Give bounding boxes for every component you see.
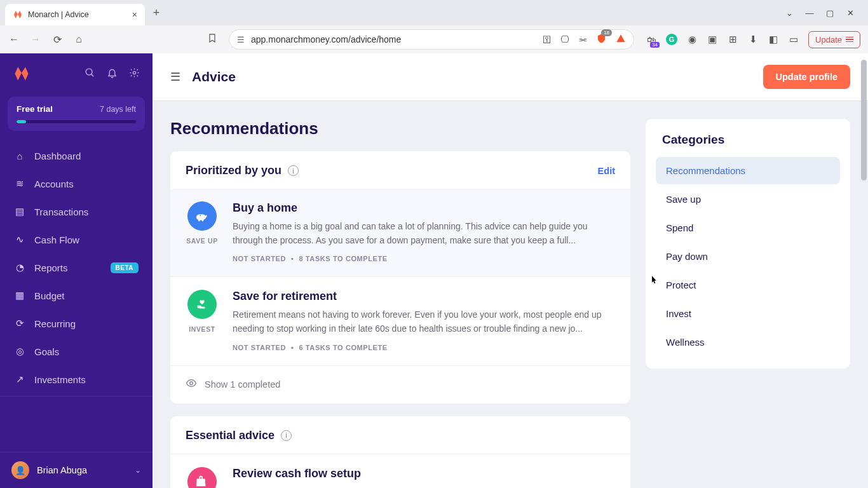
sidebar-item-dashboard[interactable]: ⌂Dashboard: [0, 142, 153, 170]
svg-line-1: [92, 74, 94, 76]
category-recommendations[interactable]: Recommendations: [656, 157, 840, 184]
sidebar-item-goals[interactable]: ◎Goals: [0, 337, 153, 365]
window-controls: ⌄ — ▢ ✕: [784, 8, 863, 18]
scrollbar[interactable]: [859, 53, 868, 488]
category-spend[interactable]: Spend: [656, 214, 840, 241]
essential-card: Essential advice i Review cash flow setu…: [170, 416, 630, 488]
sidebar-item-label: Transactions: [34, 207, 88, 217]
sidebar: Free trial 7 days left ⌂Dashboard ≋Accou…: [0, 53, 153, 488]
share-icon[interactable]: ⫘: [578, 34, 587, 44]
bell-icon[interactable]: [107, 67, 118, 81]
hamburger-icon[interactable]: ☰: [170, 70, 180, 84]
chevron-down-icon[interactable]: ⌄: [784, 8, 794, 18]
sidebar-top-icons: [85, 67, 140, 81]
menu-icon: [846, 37, 853, 43]
sidepanel-icon[interactable]: ◧: [768, 34, 779, 45]
sidebar-item-investments[interactable]: ↗Investments: [0, 365, 153, 393]
category-pay-down[interactable]: Pay down: [656, 243, 840, 270]
key-icon[interactable]: ⚿: [543, 34, 552, 44]
advice-desc: Buying a home is a big goal and can take…: [233, 220, 615, 247]
category-protect[interactable]: Protect: [656, 271, 840, 299]
monitor-icon[interactable]: 🖵: [560, 34, 569, 44]
search-icon[interactable]: [85, 67, 95, 81]
wallet-icon[interactable]: ▭: [788, 34, 799, 45]
home-icon[interactable]: ⌂: [72, 33, 85, 46]
trial-progress: [17, 120, 136, 123]
sidebar-item-label: Accounts: [34, 179, 74, 189]
ext-shopping-icon[interactable]: 🛍34: [646, 34, 657, 45]
reports-icon: ◔: [14, 262, 25, 273]
ext-box-icon[interactable]: ▣: [707, 34, 718, 45]
browser-toolbar: ← → ⟳ ⌂ ☰ app.monarchmoney.com/advice/ho…: [0, 25, 868, 53]
category-invest[interactable]: Invest: [656, 300, 840, 327]
sidebar-user[interactable]: 👤 Brian Abuga ⌄: [0, 452, 153, 488]
trial-row: Free trial 7 days left: [17, 104, 136, 114]
advice-body: Save for retirement Retirement means not…: [233, 290, 615, 351]
brave-icon[interactable]: [616, 34, 626, 46]
avatar: 👤: [11, 461, 29, 479]
new-tab-button[interactable]: +: [147, 4, 165, 22]
sidebar-item-accounts[interactable]: ≋Accounts: [0, 170, 153, 198]
ext-grammarly-icon[interactable]: G: [666, 34, 677, 45]
eye-icon: [186, 377, 197, 392]
card-header: Prioritized by you i Edit: [170, 151, 630, 189]
advice-item-retirement[interactable]: INVEST Save for retirement Retirement me…: [170, 276, 630, 365]
sidebar-item-cashflow[interactable]: ∿Cash Flow: [0, 226, 153, 254]
content-left: Recommendations Prioritized by you i Edi…: [170, 119, 630, 488]
advice-item-buy-home[interactable]: SAVE UP Buy a home Buying a home is a bi…: [170, 189, 630, 276]
cashflow-icon: ∿: [14, 234, 25, 245]
sidebar-top: [0, 53, 153, 92]
sidebar-nav: ⌂Dashboard ≋Accounts ▤Transactions ∿Cash…: [0, 140, 153, 452]
forward-icon[interactable]: →: [29, 33, 42, 46]
info-icon[interactable]: i: [288, 165, 299, 176]
scroll-thumb[interactable]: [861, 60, 867, 180]
site-settings-icon[interactable]: ☰: [237, 35, 245, 44]
back-icon[interactable]: ←: [8, 33, 20, 46]
sidebar-item-label: Investments: [34, 374, 86, 385]
sidebar-item-label: Cash Flow: [34, 234, 79, 245]
sidebar-item-label: Budget: [34, 290, 65, 301]
update-profile-button[interactable]: Update profile: [763, 65, 850, 89]
close-icon[interactable]: ×: [132, 10, 137, 20]
investments-icon: ↗: [14, 374, 25, 385]
advice-item-cashflow[interactable]: Review cash flow setup: [170, 454, 630, 488]
edit-link[interactable]: Edit: [598, 166, 615, 176]
shield-icon[interactable]: 18: [596, 33, 607, 46]
sidebar-separator: [0, 396, 153, 396]
ext-circle-icon[interactable]: ◉: [686, 34, 698, 45]
advice-icon-col: [186, 467, 219, 488]
category-wellness[interactable]: Wellness: [656, 329, 840, 356]
advice-tag: SAVE UP: [186, 237, 218, 245]
sidebar-item-recurring[interactable]: ⟳Recurring: [0, 309, 153, 337]
show-completed-label: Show 1 completed: [205, 379, 280, 390]
download-icon[interactable]: ⬇: [747, 34, 759, 45]
trial-card[interactable]: Free trial 7 days left: [8, 97, 145, 131]
close-window-icon[interactable]: ✕: [845, 8, 855, 18]
bookmark-icon[interactable]: [207, 33, 217, 46]
browser-tab[interactable]: Monarch | Advice ×: [5, 4, 145, 25]
sidebar-item-transactions[interactable]: ▤Transactions: [0, 198, 153, 226]
budget-icon: ▦: [14, 290, 25, 301]
reload-icon[interactable]: ⟳: [51, 33, 64, 46]
info-icon[interactable]: i: [281, 430, 292, 441]
url-actions: ⚿ 🖵 ⫘ 18: [543, 33, 626, 46]
gear-icon[interactable]: [129, 67, 140, 81]
trial-label: Free trial: [17, 104, 53, 114]
sidebar-item-label: Goals: [34, 346, 59, 357]
sidebar-item-label: Dashboard: [34, 151, 81, 161]
category-save-up[interactable]: Save up: [656, 186, 840, 213]
show-completed-toggle[interactable]: Show 1 completed: [170, 365, 630, 403]
logo-icon[interactable]: [13, 65, 31, 83]
minimize-icon[interactable]: —: [804, 8, 815, 18]
browser-update-button[interactable]: Update: [808, 31, 860, 48]
card-header: Essential advice i: [170, 416, 630, 454]
favicon-icon: [13, 10, 23, 20]
sidebar-item-budget[interactable]: ▦Budget: [0, 281, 153, 309]
maximize-icon[interactable]: ▢: [825, 8, 835, 18]
sidebar-item-label: Reports: [34, 262, 68, 273]
section-title: Recommendations: [170, 119, 630, 139]
sidebar-item-reports[interactable]: ◔ReportsBETA: [0, 254, 153, 281]
url-bar[interactable]: ☰ app.monarchmoney.com/advice/home ⚿ 🖵 ⫘…: [229, 29, 634, 50]
ext-puzzle-icon[interactable]: ⊞: [727, 34, 738, 45]
transactions-icon: ▤: [14, 206, 25, 217]
